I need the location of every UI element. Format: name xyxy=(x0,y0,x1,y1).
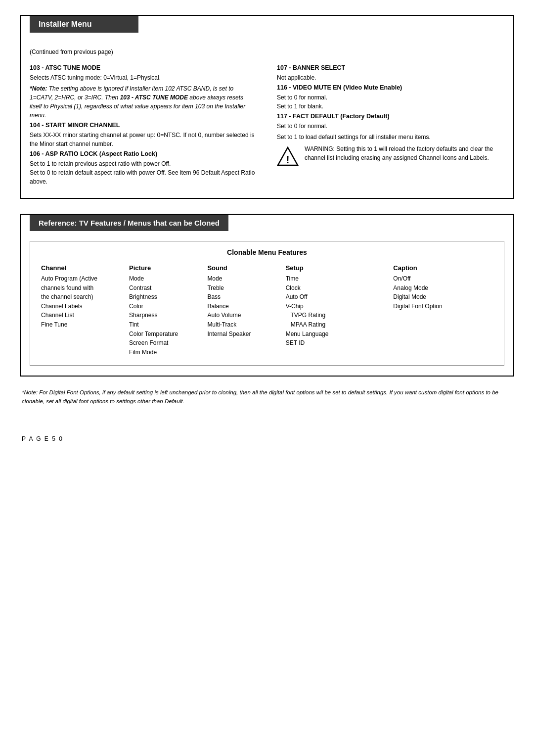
item-107-body: Not applicable. xyxy=(277,73,504,82)
col-data-channel: Auto Program (Active channels found with… xyxy=(37,274,125,357)
item-103-body-plain: Selects ATSC tuning mode: 0=Virtual, 1=P… xyxy=(30,73,257,82)
item-117-warning-text: WARNING: Setting this to 1 will reload t… xyxy=(305,144,504,162)
item-103-title: 103 - ATSC TUNE MODE xyxy=(30,64,257,71)
item-117-warning-row: ! WARNING: Setting this to 1 will reload… xyxy=(277,144,504,167)
item-107: 107 - BANNER SELECT Not applicable. xyxy=(277,64,504,82)
continued-text: (Continued from previous page) xyxy=(30,48,504,55)
item-117-title: 117 - FACT DEFAULT (Factory Default) xyxy=(277,113,504,120)
clonable-table-wrapper: Clonable Menu Features Channel Picture S… xyxy=(30,241,504,366)
installer-content-columns: 103 - ATSC TUNE MODE Selects ATSC tuning… xyxy=(21,64,513,188)
reference-section: Reference: TV Features / Menus that can … xyxy=(20,214,514,377)
col-data-setup: Time Clock Auto Off V-Chip TVPG Rating M… xyxy=(282,274,390,357)
item-103-bold: 103 - ATSC TUNE MODE xyxy=(120,94,188,101)
item-117-body2: Set to 1 to load default settings for al… xyxy=(277,133,504,142)
col-header-setup: Setup xyxy=(282,262,390,274)
col-data-caption: On/Off Analog Mode Digital Mode Digital … xyxy=(389,274,497,357)
reference-header: Reference: TV Features / Menus that can … xyxy=(30,215,228,231)
clonable-title: Clonable Menu Features xyxy=(37,248,497,256)
installer-menu-section: Installer Menu (Continued from previous … xyxy=(20,15,514,199)
item-116: 116 - VIDEO MUTE EN (Video Mute Enable) … xyxy=(277,84,504,111)
item-106: 106 - ASP RATIO LOCK (Aspect Ratio Lock)… xyxy=(30,150,257,186)
installer-right-column: 107 - BANNER SELECT Not applicable. 116 … xyxy=(272,64,504,188)
warning-icon: ! xyxy=(277,145,299,167)
col-header-channel: Channel xyxy=(37,262,125,274)
col-header-caption: Caption xyxy=(389,262,497,274)
item-104-body: Sets XX-XX minor starting channel at pow… xyxy=(30,131,257,148)
clonable-table-header-row: Channel Picture Sound Setup Caption xyxy=(37,262,497,274)
item-104-title: 104 - START MINOR CHANNEL xyxy=(30,122,257,129)
bottom-note: *Note: For Digital Font Options, if any … xyxy=(20,388,514,406)
col-data-sound: Mode Treble Bass Balance Auto Volume Mul… xyxy=(203,274,281,357)
page-number: P A G E 5 0 xyxy=(20,435,514,442)
item-106-body: Set to 1 to retain previous aspect ratio… xyxy=(30,159,257,186)
item-107-title: 107 - BANNER SELECT xyxy=(277,64,504,71)
installer-menu-header: Installer Menu xyxy=(30,16,138,33)
item-117: 117 - FACT DEFAULT (Factory Default) Set… xyxy=(277,113,504,167)
installer-header-wrap: Installer Menu xyxy=(21,16,513,42)
item-106-title: 106 - ASP RATIO LOCK (Aspect Ratio Lock) xyxy=(30,150,257,157)
item-103-note: *Note: The setting above is ignored if I… xyxy=(30,84,257,120)
col-header-sound: Sound xyxy=(203,262,281,274)
item-116-title: 116 - VIDEO MUTE EN (Video Mute Enable) xyxy=(277,84,504,91)
item-103-plain: Selects ATSC tuning mode: 0=Virtual, 1=P… xyxy=(30,74,161,81)
reference-header-wrap: Reference: TV Features / Menus that can … xyxy=(21,215,513,241)
svg-text:!: ! xyxy=(286,153,289,166)
clonable-table: Channel Picture Sound Setup Caption Auto… xyxy=(37,262,497,357)
clonable-table-data-row: Auto Program (Active channels found with… xyxy=(37,274,497,357)
item-103: 103 - ATSC TUNE MODE Selects ATSC tuning… xyxy=(30,64,257,120)
col-header-picture: Picture xyxy=(125,262,203,274)
item-116-body: Set to 0 for normal. Set to 1 for blank. xyxy=(277,93,504,111)
item-104: 104 - START MINOR CHANNEL Sets XX-XX min… xyxy=(30,122,257,148)
item-117-body1: Set to 0 for normal. xyxy=(277,122,504,131)
installer-left-column: 103 - ATSC TUNE MODE Selects ATSC tuning… xyxy=(30,64,272,188)
col-data-picture: Mode Contrast Brightness Color Sharpness… xyxy=(125,274,203,357)
